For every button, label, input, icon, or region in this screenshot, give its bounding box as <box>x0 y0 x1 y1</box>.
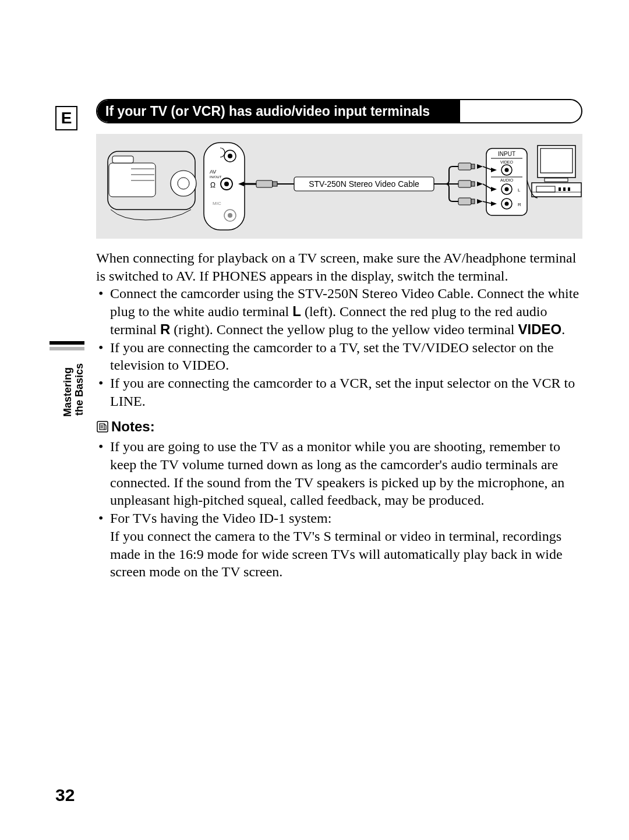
tv-input-title: INPUT <box>498 151 515 157</box>
svg-point-32 <box>505 168 509 172</box>
bullet-1-mid2: (right). Connect the yellow plug to the … <box>170 322 518 337</box>
svg-rect-50 <box>563 187 566 191</box>
tv-icon <box>538 146 575 182</box>
tv-r-label: R <box>518 202 521 207</box>
notes-icon <box>96 420 109 438</box>
bullet-1-b3: VIDEO <box>518 321 562 337</box>
svg-marker-25 <box>477 182 483 186</box>
notes-heading: Notes: <box>96 418 582 438</box>
page: E If your TV (or VCR) has audio/video in… <box>0 0 629 840</box>
svg-rect-21 <box>471 164 475 169</box>
tv-audio-label: AUDIO <box>500 178 514 182</box>
svg-rect-4 <box>112 156 133 163</box>
note-2-text: For TVs having the Video ID-1 system: If… <box>110 511 563 579</box>
note-tv-monitor-feedback: If you are going to use the TV as a moni… <box>96 438 582 509</box>
bullet-1-b2: R <box>160 321 170 337</box>
svg-point-10 <box>228 154 232 158</box>
svg-rect-23 <box>458 180 471 187</box>
main-bullet-list: Connect the camcorder using the STV-250N… <box>96 285 582 410</box>
tv-l-label: L <box>518 187 521 193</box>
language-marker: E <box>55 106 77 130</box>
svg-rect-15 <box>256 180 273 187</box>
svg-marker-28 <box>477 199 483 204</box>
side-bars <box>50 341 84 350</box>
svg-rect-1 <box>109 163 156 197</box>
note-1-text: If you are going to use the TV as a moni… <box>110 439 564 508</box>
port-inout-label: IN/OUT <box>210 175 222 179</box>
notes-heading-text: Notes: <box>111 419 155 434</box>
svg-rect-48 <box>536 186 555 192</box>
camcorder-port-panel: AV IN/OUT Ω MIC <box>204 143 277 230</box>
side-tab: Mastering the Basics <box>50 341 84 353</box>
intro-paragraph: When connecting for playback on a TV scr… <box>96 249 582 285</box>
bullet-2-text: If you are connecting the camcorder to a… <box>110 340 554 373</box>
tv-video-label: VIDEO <box>500 160 513 164</box>
rca-plug-audio-l <box>458 180 483 187</box>
svg-rect-20 <box>458 163 471 170</box>
section-header-text: If your TV (or VCR) has audio/video inpu… <box>97 100 581 122</box>
svg-rect-16 <box>273 182 277 186</box>
rca-plug-video <box>458 163 483 170</box>
svg-rect-49 <box>559 187 561 191</box>
body-text: When connecting for playback on a TV scr… <box>96 249 582 581</box>
connection-diagram: AV IN/OUT Ω MIC STV-250N Stereo Video Ca… <box>96 134 582 239</box>
notes-list: If you are going to use the TV as a moni… <box>96 438 582 581</box>
note-video-id1: For TVs having the Video ID-1 system: If… <box>96 509 582 581</box>
svg-point-18 <box>228 213 232 218</box>
svg-point-2 <box>171 171 196 196</box>
cable-label: STV-250N Stereo Video Cable <box>309 179 419 189</box>
bullet-3-text: If you are connecting the camcorder to a… <box>110 375 575 409</box>
port-av-label: AV <box>210 169 216 175</box>
bullet-1-b1: L <box>292 303 301 319</box>
bullet-tv-selector: If you are connecting the camcorder to a… <box>96 339 582 374</box>
svg-point-35 <box>505 187 509 192</box>
camcorder-icon <box>108 151 196 220</box>
side-bar-black <box>50 341 84 345</box>
svg-point-12 <box>224 182 229 186</box>
tv-input-panel: INPUT VIDEO AUDIO L R <box>483 148 527 215</box>
vcr-icon <box>532 183 581 197</box>
rca-plug-audio-r <box>458 198 483 205</box>
page-number: 32 <box>55 785 75 805</box>
side-tab-label-1: Mastering <box>62 367 73 417</box>
section-header: If your TV (or VCR) has audio/video inpu… <box>96 99 582 123</box>
side-tab-label-2: the Basics <box>74 363 84 416</box>
svg-rect-51 <box>568 187 570 191</box>
side-bar-gray <box>50 347 84 350</box>
svg-rect-46 <box>545 178 568 182</box>
svg-marker-22 <box>477 164 483 169</box>
bullet-vcr-selector: If you are connecting the camcorder to a… <box>96 374 582 410</box>
svg-rect-27 <box>471 199 475 204</box>
bullet-connect-cable: Connect the camcorder using the STV-250N… <box>96 285 582 338</box>
svg-point-37 <box>505 202 509 206</box>
port-headphone-symbol: Ω <box>210 181 215 189</box>
bullet-1-post: . <box>561 322 565 337</box>
svg-rect-45 <box>540 148 573 173</box>
svg-rect-24 <box>471 182 475 186</box>
port-mic-label: MIC <box>213 201 221 206</box>
svg-rect-26 <box>458 198 471 205</box>
